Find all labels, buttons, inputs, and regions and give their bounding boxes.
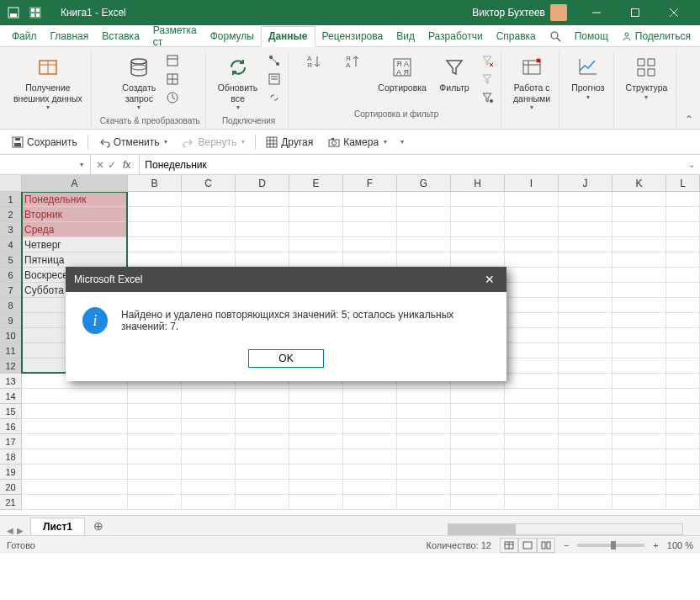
cell[interactable] (612, 313, 666, 328)
cell[interactable] (505, 480, 559, 495)
cell[interactable] (559, 343, 612, 358)
forecast-button[interactable]: Прогноз ▾ (568, 52, 607, 103)
cell[interactable] (289, 389, 343, 404)
cell[interactable] (182, 449, 236, 465)
connections-button[interactable] (266, 52, 283, 69)
cell[interactable] (343, 495, 397, 510)
col-header-B[interactable]: B (128, 175, 182, 192)
data-tools-button[interactable]: Работа с данными ▾ (510, 52, 554, 113)
name-box-dropdown-icon[interactable]: ▾ (77, 161, 87, 168)
cell[interactable] (666, 343, 700, 358)
name-box-input[interactable] (3, 159, 77, 171)
cell[interactable] (505, 419, 559, 434)
row-header[interactable]: 19 (0, 465, 22, 480)
cell[interactable] (666, 374, 700, 389)
cell[interactable] (236, 192, 289, 207)
cell[interactable] (128, 480, 182, 495)
cell[interactable] (559, 207, 612, 222)
advanced-filter-button[interactable] (479, 89, 496, 106)
cell[interactable] (343, 465, 397, 480)
cell[interactable] (559, 495, 612, 510)
row-header[interactable]: 16 (0, 419, 22, 434)
cell[interactable] (451, 252, 505, 268)
cell[interactable]: Пятница (22, 252, 128, 268)
cell[interactable] (182, 252, 236, 268)
row-header[interactable]: 18 (0, 449, 22, 465)
cell[interactable] (505, 192, 559, 207)
col-header-A[interactable]: A (22, 175, 128, 192)
cell[interactable] (236, 389, 289, 404)
cell[interactable] (343, 192, 397, 207)
cell[interactable] (397, 404, 451, 419)
cell[interactable] (612, 480, 666, 495)
cell[interactable] (236, 495, 289, 510)
outline-button[interactable]: Структура ▾ (623, 52, 671, 103)
cell[interactable] (397, 207, 451, 222)
cell[interactable] (666, 358, 700, 374)
cell[interactable] (128, 207, 182, 222)
cell[interactable] (22, 419, 128, 434)
cell[interactable] (612, 465, 666, 480)
cell[interactable] (451, 495, 505, 510)
row-header[interactable]: 5 (0, 252, 22, 268)
col-header-D[interactable]: D (236, 175, 289, 192)
cell[interactable] (666, 207, 700, 222)
cell[interactable] (612, 374, 666, 389)
cell[interactable] (559, 237, 612, 252)
add-sheet-button[interactable]: ⊕ (85, 517, 112, 535)
cell[interactable] (289, 434, 343, 449)
cell[interactable] (559, 374, 612, 389)
cell[interactable] (182, 495, 236, 510)
cell[interactable] (559, 192, 612, 207)
cell[interactable] (236, 419, 289, 434)
cell[interactable] (397, 449, 451, 465)
reapply-filter-button[interactable] (479, 71, 496, 88)
cell[interactable] (289, 252, 343, 268)
camera-button[interactable]: Камера ▾ (323, 135, 392, 150)
cell[interactable] (612, 207, 666, 222)
properties-button[interactable] (266, 71, 283, 88)
cell[interactable] (343, 404, 397, 419)
cell[interactable] (22, 495, 128, 510)
tab-nav-prev[interactable]: ◀ (7, 526, 13, 535)
cell[interactable] (236, 207, 289, 222)
cell[interactable] (236, 449, 289, 465)
cell[interactable] (397, 222, 451, 237)
cell[interactable] (343, 434, 397, 449)
cell[interactable] (666, 434, 700, 449)
cell[interactable] (666, 465, 700, 480)
cell[interactable] (289, 404, 343, 419)
zoom-in-button[interactable]: + (653, 540, 658, 550)
cell[interactable] (451, 222, 505, 237)
cell[interactable] (559, 268, 612, 283)
row-header[interactable]: 12 (0, 358, 22, 374)
cell[interactable] (559, 313, 612, 328)
cell[interactable] (397, 419, 451, 434)
cell[interactable] (505, 268, 559, 283)
cell[interactable] (397, 389, 451, 404)
cell[interactable] (236, 237, 289, 252)
tab-view[interactable]: Вид (390, 27, 422, 45)
cell[interactable] (343, 419, 397, 434)
cell[interactable] (559, 358, 612, 374)
cell[interactable] (343, 389, 397, 404)
col-header-H[interactable]: H (451, 175, 505, 192)
cell[interactable] (236, 404, 289, 419)
row-header[interactable]: 3 (0, 222, 22, 237)
col-header-C[interactable]: C (182, 175, 236, 192)
cell[interactable] (289, 419, 343, 434)
dialog-ok-button[interactable]: OK (248, 349, 324, 368)
other-button[interactable]: Другая (261, 135, 318, 150)
cell[interactable] (612, 222, 666, 237)
cell[interactable] (182, 389, 236, 404)
cell[interactable] (559, 465, 612, 480)
cell[interactable] (505, 404, 559, 419)
sort-az-button[interactable]: АЯ (297, 52, 331, 72)
col-header-F[interactable]: F (343, 175, 397, 192)
cell[interactable] (559, 449, 612, 465)
cell[interactable] (343, 222, 397, 237)
cell[interactable] (22, 404, 128, 419)
cell[interactable] (128, 495, 182, 510)
cell[interactable] (182, 222, 236, 237)
cell[interactable] (612, 389, 666, 404)
